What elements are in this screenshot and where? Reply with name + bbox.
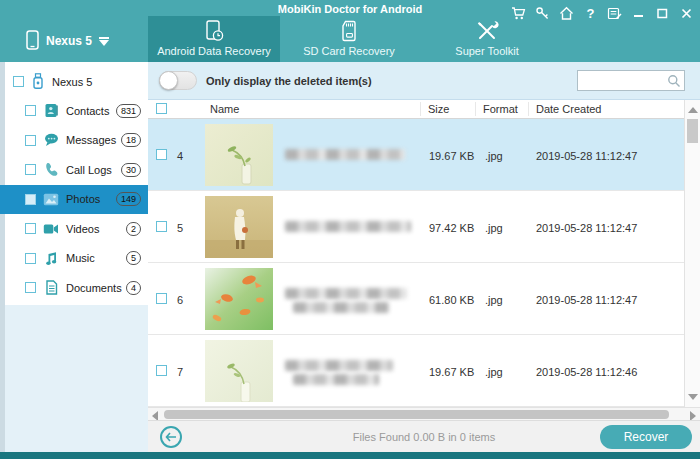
sidebar-item-photos[interactable]: Photos 149	[0, 185, 148, 214]
bottom-accent-strip	[0, 452, 700, 459]
phone-recovery-icon	[203, 19, 225, 43]
tab-label: SD Card Recovery	[303, 45, 395, 57]
column-header-format[interactable]: Format	[483, 103, 518, 115]
select-all-checkbox[interactable]	[156, 103, 167, 114]
count-badge: 149	[116, 192, 141, 206]
sidebar-item-videos[interactable]: Videos 2	[0, 214, 148, 243]
filter-toolbar: Only display the deleted item(s)	[148, 62, 700, 100]
redacted-file-name	[285, 288, 407, 299]
table-row[interactable]: 7 19.67 KB .jpg 2019-05-28 11:12:46	[148, 335, 684, 407]
horizontal-scroll-thumb[interactable]	[164, 410, 669, 419]
redacted-file-name	[293, 302, 389, 313]
contacts-icon	[43, 103, 59, 119]
checkbox[interactable]	[13, 76, 24, 87]
column-header-name[interactable]: Name	[210, 103, 239, 115]
search-input[interactable]	[581, 72, 665, 89]
redacted-file-name	[285, 360, 393, 371]
vertical-scroll-thumb[interactable]	[687, 119, 698, 143]
photo-thumbnail-figure-painting	[205, 196, 273, 258]
photo-thumbnail-goldfish-painting	[205, 268, 273, 330]
videos-icon	[43, 221, 59, 237]
row-number: 7	[177, 366, 183, 378]
checkbox[interactable]	[25, 105, 36, 116]
sidebar-item-messages[interactable]: Messages 18	[0, 126, 148, 155]
music-icon	[43, 250, 59, 266]
file-size: 61.80 KB	[429, 294, 474, 306]
sidebar-item-music[interactable]: Music 5	[0, 244, 148, 273]
file-date: 2019-05-28 11:12:47	[536, 222, 637, 234]
row-number: 6	[177, 294, 183, 306]
toggle-knob	[159, 71, 178, 90]
chevron-down-icon	[99, 37, 109, 46]
photo-thumbnail-plant-sprig-in-vase-light	[205, 340, 273, 402]
column-header-size[interactable]: Size	[428, 103, 449, 115]
home-icon[interactable]	[558, 6, 575, 21]
phone-icon	[26, 30, 39, 52]
row-checkbox[interactable]	[156, 149, 167, 160]
file-format: .jpg	[485, 222, 503, 234]
device-name: Nexus 5	[46, 34, 92, 48]
device-selector[interactable]: Nexus 5	[26, 30, 109, 52]
sidebar-item-documents[interactable]: Documents 4	[0, 273, 148, 302]
file-size: 97.42 KB	[429, 222, 474, 234]
table-row[interactable]: 6 61.80 KB .jpg 2019-05-28 11:12:47	[148, 263, 684, 335]
toolkit-icon	[475, 19, 499, 43]
checkbox[interactable]	[25, 194, 36, 205]
content-area: Only display the deleted item(s) Name Si…	[148, 62, 700, 452]
minimize-icon[interactable]	[630, 6, 647, 21]
column-header-date[interactable]: Date Created	[536, 103, 601, 115]
checkbox[interactable]	[25, 253, 36, 264]
count-badge: 5	[126, 251, 141, 265]
file-date: 2019-05-28 11:12:47	[536, 294, 637, 306]
checkbox[interactable]	[25, 223, 36, 234]
usb-device-icon	[30, 74, 46, 90]
sidebar-device-root[interactable]: Nexus 5	[0, 67, 148, 96]
photos-icon	[43, 191, 59, 207]
messages-icon	[43, 132, 59, 148]
sidebar-item-contacts[interactable]: Contacts 831	[0, 96, 148, 125]
checkbox[interactable]	[25, 164, 36, 175]
sidebar-item-call-logs[interactable]: Call Logs 30	[0, 155, 148, 184]
sidebar: Nexus 5 Contacts 831 Messages 18 Call Lo…	[0, 62, 148, 452]
row-checkbox[interactable]	[156, 221, 167, 232]
recover-button[interactable]: Recover	[600, 425, 692, 449]
horizontal-scrollbar[interactable]	[148, 407, 700, 420]
row-checkbox[interactable]	[156, 293, 167, 304]
footer-bar: Files Found 0.00 B in 0 items Recover	[148, 420, 700, 452]
sd-card-icon	[338, 19, 360, 43]
feedback-icon[interactable]	[606, 6, 623, 21]
redacted-file-name	[285, 221, 411, 232]
scroll-down-arrow[interactable]	[688, 394, 698, 400]
maximize-icon[interactable]	[654, 6, 671, 21]
row-checkbox[interactable]	[156, 365, 167, 376]
call-logs-icon	[43, 162, 59, 178]
file-format: .jpg	[485, 150, 503, 162]
row-number: 5	[177, 222, 183, 234]
help-icon[interactable]: ?	[582, 6, 599, 21]
tab-super-toolkit[interactable]: Super Toolkit	[418, 16, 556, 62]
tab-label: Super Toolkit	[455, 45, 518, 57]
vertical-scrollbar[interactable]	[684, 100, 700, 407]
redacted-file-name	[285, 149, 405, 160]
tab-android-data-recovery[interactable]: Android Data Recovery	[148, 16, 280, 62]
file-date: 2019-05-28 11:12:47	[536, 150, 637, 162]
search-icon[interactable]	[667, 74, 681, 90]
count-badge: 4	[126, 281, 141, 295]
redacted-file-name	[293, 374, 379, 385]
deleted-only-toggle[interactable]	[159, 71, 197, 90]
scroll-up-arrow[interactable]	[688, 107, 698, 113]
device-root-label: Nexus 5	[52, 76, 92, 88]
checkbox[interactable]	[25, 135, 36, 146]
checkbox[interactable]	[25, 282, 36, 293]
file-date: 2019-05-28 11:12:46	[536, 366, 637, 378]
documents-icon	[43, 280, 59, 296]
table-row[interactable]: 5 97.42 KB .jpg 2019-05-28 11:12:47	[148, 191, 684, 263]
tab-label: Android Data Recovery	[157, 45, 271, 57]
row-number: 4	[177, 150, 183, 162]
table-header: Name Size Format Date Created	[148, 100, 684, 119]
table-row[interactable]: 4 19.67 KB .jpg 2019-05-28 11:12:47	[148, 119, 684, 191]
file-format: .jpg	[485, 366, 503, 378]
count-badge: 30	[121, 163, 141, 177]
tab-sd-card-recovery[interactable]: SD Card Recovery	[280, 16, 418, 62]
close-icon[interactable]	[678, 6, 695, 21]
